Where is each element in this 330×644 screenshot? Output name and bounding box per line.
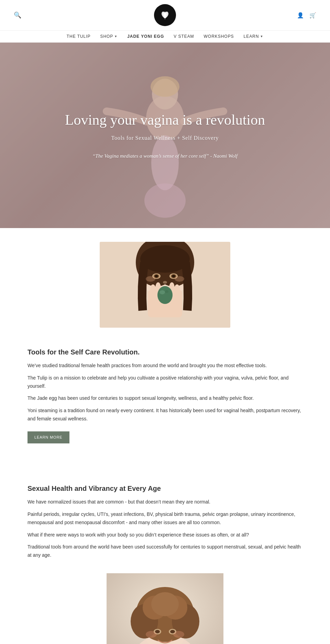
tools-para-2: The Tulip is on a mission to celebrate a… — [28, 374, 302, 391]
divider — [0, 450, 330, 471]
hero-content: Loving your vagina is a revolution Tools… — [37, 111, 293, 160]
logo-svg — [159, 9, 171, 21]
svg-point-38 — [151, 592, 179, 616]
bottom-photo-section — [28, 573, 302, 644]
curly-hair-svg — [107, 573, 223, 644]
hero-subtitle: Tools for Sexual Wellness + Self Discove… — [65, 135, 265, 141]
learn-chevron-icon: ▼ — [260, 35, 263, 38]
svg-point-44 — [173, 631, 184, 638]
svg-point-25 — [163, 281, 167, 284]
logo[interactable] — [154, 4, 176, 26]
jade-egg-image-section — [0, 242, 330, 328]
svg-point-27 — [175, 276, 184, 282]
svg-point-0 — [165, 19, 165, 20]
logo-circle — [154, 4, 176, 26]
user-icon[interactable]: 👤 — [297, 12, 304, 19]
svg-point-5 — [151, 76, 179, 97]
svg-point-16 — [172, 275, 175, 278]
tools-para-1: We’ve studied traditional female health … — [28, 362, 302, 370]
learn-more-button[interactable]: LEARN MORE — [28, 431, 69, 443]
hero-title: Loving your vagina is a revolution — [65, 111, 265, 129]
svg-point-22 — [157, 286, 173, 304]
sexual-health-section: Sexual Health and Vibrancy at Every Age … — [0, 471, 330, 644]
tools-heading: Tools for the Self Care Revolution. — [28, 348, 302, 356]
sexual-health-heading: Sexual Health and Vibrancy at Every Age — [28, 485, 302, 493]
nav-item-the-tulip[interactable]: THE TULIP — [67, 34, 91, 39]
tools-para-3: The Jade egg has been used for centuries… — [28, 394, 302, 403]
svg-point-20 — [174, 284, 180, 294]
main-nav: THE TULIP SHOP ▼ JADE YONI EGG V STEAM W… — [0, 31, 330, 43]
sexual-health-para-2: Painful periods, irregular cycles, UTI’s… — [28, 510, 302, 527]
nav-item-learn[interactable]: LEARN ▼ — [244, 34, 264, 39]
header-left: 🔍 — [14, 11, 21, 19]
tools-section: Tools for the Self Care Revolution. We’v… — [0, 335, 330, 450]
svg-point-18 — [150, 284, 156, 294]
search-icon[interactable]: 🔍 — [14, 11, 21, 19]
header: 🔍 👤 🛒 — [0, 0, 330, 31]
sexual-health-para-1: We have normalized issues that are commo… — [28, 498, 302, 506]
hero-quote: “The Vagina mediates a woman’s sense of … — [86, 152, 244, 160]
tools-para-4: Yoni steaming is a tradition found on ne… — [28, 407, 302, 423]
jade-egg-photo — [100, 242, 230, 328]
sexual-health-para-3: What if there were ways to work with you… — [28, 531, 302, 539]
nav-item-workshops[interactable]: WORKSHOPS — [204, 34, 234, 39]
jade-egg-photo-svg — [100, 242, 230, 328]
curly-hair-photo — [107, 573, 223, 644]
svg-point-24 — [165, 290, 168, 293]
svg-point-15 — [155, 275, 158, 278]
cart-icon[interactable]: 🛒 — [309, 12, 316, 19]
nav-item-v-steam[interactable]: V STEAM — [174, 34, 194, 39]
header-right: 👤 🛒 — [297, 12, 316, 19]
svg-point-10 — [140, 245, 190, 273]
shop-chevron-icon: ▼ — [114, 35, 118, 38]
hero-section: Loving your vagina is a revolution Tools… — [0, 43, 330, 228]
svg-point-43 — [146, 631, 157, 638]
nav-item-shop[interactable]: SHOP ▼ — [100, 34, 118, 39]
nav-item-jade-yoni-egg[interactable]: JADE YONI EGG — [127, 34, 164, 39]
sexual-health-para-4: Traditional tools from around the world … — [28, 543, 302, 560]
svg-point-3 — [144, 183, 186, 218]
svg-point-23 — [160, 290, 165, 294]
svg-point-26 — [146, 276, 155, 282]
